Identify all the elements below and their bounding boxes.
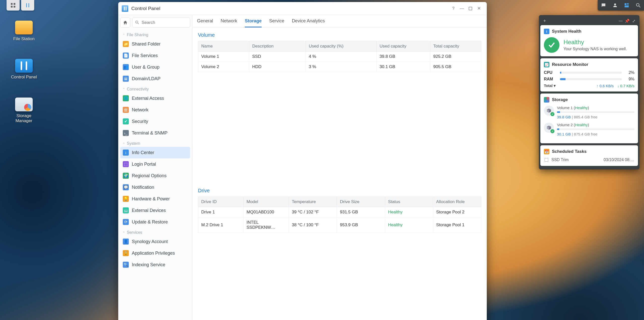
sidebar-item-synology-account[interactable]: 👤Synology Account — [120, 236, 190, 247]
sidebar-item-application-privileges[interactable]: 🔒Application Privileges — [120, 247, 190, 259]
window-titlebar[interactable]: Control Panel ? — ✕ — [118, 2, 487, 15]
widget-system-health: iSystem Health Healthy Your Synology NAS… — [540, 25, 638, 56]
search-input[interactable] — [132, 18, 190, 28]
cell-temp: 39 °C / 102 °F — [289, 207, 337, 217]
sliders-icon — [15, 59, 33, 73]
table-row[interactable]: Volume 2HDD3 %30.1 GB905.5 GB — [198, 62, 481, 72]
device-icon: 🖴 — [123, 207, 129, 213]
task-row[interactable]: SSD Trim 03/10/2024 08:… — [544, 157, 634, 162]
th-used[interactable]: Used capacity — [376, 41, 430, 52]
sidebar-item-external-access[interactable]: 🌐External Access — [120, 93, 190, 104]
widgets-button[interactable] — [621, 0, 632, 11]
maximize-icon — [469, 7, 472, 10]
network-icon: 🕸 — [123, 107, 129, 113]
th-total[interactable]: Total capacity — [430, 41, 481, 52]
total-label: Total — [544, 83, 553, 88]
th-name[interactable]: Name — [198, 41, 249, 52]
sidebar-item-indexing-service[interactable]: 🔍Indexing Service — [120, 259, 190, 270]
svg-line-15 — [138, 23, 139, 24]
sidebar-item-label: Application Privileges — [132, 251, 175, 256]
table-row[interactable]: Drive 1MQ01ABD10039 °C / 102 °F931.5 GBH… — [198, 207, 481, 217]
tab-general[interactable]: General — [197, 15, 213, 27]
section-title-volume: Volume — [198, 32, 481, 38]
user-button[interactable] — [609, 0, 621, 11]
sidebar-item-label: Domain/LDAP — [132, 76, 160, 81]
th-size[interactable]: Drive Size — [337, 197, 385, 207]
minimize-button[interactable]: — — [458, 4, 466, 13]
sidebar-item-regional-options[interactable]: 🌍Regional Options — [120, 170, 190, 181]
task-name: SSD Trim — [551, 158, 569, 162]
widget-tabs: + — 📌 ⤢ — [540, 17, 638, 25]
disk-icon — [15, 98, 33, 111]
sidebar-item-file-services[interactable]: 📄File Services — [120, 50, 190, 61]
svg-rect-9 — [627, 5, 629, 5]
desktop-icon-control-panel[interactable]: Control Panel — [10, 59, 38, 80]
storage-volume[interactable]: Volume 1 (Healthy) 39.8 GB | 885.4 GB fr… — [544, 106, 634, 119]
help-button[interactable]: ? — [449, 4, 458, 13]
search-icon — [135, 20, 139, 26]
sidebar-item-domain-ldap[interactable]: 🏛Domain/LDAP — [120, 73, 190, 84]
sidebar-item-network[interactable]: 🕸Network — [120, 104, 190, 116]
cell-total: 925.2 GB — [430, 52, 481, 62]
table-row[interactable]: Volume 1SSD4 %39.8 GB925.2 GB — [198, 52, 481, 62]
widget-expand-button[interactable]: ⤢ — [630, 19, 637, 23]
sidebar-item-shared-folder[interactable]: 📁Shared Folder — [120, 38, 190, 50]
svg-rect-1 — [14, 3, 15, 5]
rm-net-row[interactable]: Total ▾ ↑ 0.6 KB/s ↓ 0.7 KB/s — [544, 83, 634, 88]
th-desc[interactable]: Description — [249, 41, 306, 52]
sidebar-item-hardware-power[interactable]: 💡Hardware & Power — [120, 193, 190, 205]
sidebar-item-update-restore[interactable]: ⟳Update & Restore — [120, 216, 190, 228]
storage-volume[interactable]: Volume 2 (Healthy) 30.1 GB | 875.4 GB fr… — [544, 123, 634, 136]
main-menu-button[interactable] — [7, 0, 20, 11]
cell-role: Storage Pool 2 — [433, 207, 481, 217]
sidebar-item-info-center[interactable]: iInfo Center — [120, 147, 190, 158]
widget-pin-button[interactable]: 📌 — [624, 19, 630, 23]
widget-minimize-button[interactable]: — — [617, 19, 624, 23]
section-system[interactable]: System — [120, 139, 190, 147]
ram-label: RAM — [544, 77, 558, 81]
widget-add-button[interactable]: + — [541, 18, 548, 24]
th-status[interactable]: Status — [385, 197, 433, 207]
th-driveid[interactable]: Drive ID — [198, 197, 244, 207]
cell-desc: SSD — [249, 52, 306, 62]
index-icon: 🔍 — [123, 262, 129, 268]
sidebar-item-user-group[interactable]: 👥User & Group — [120, 61, 190, 73]
home-button[interactable] — [120, 18, 130, 28]
account-icon: 👤 — [123, 239, 129, 245]
tab-device-analytics[interactable]: Device Analytics — [292, 15, 325, 27]
table-row[interactable]: M.2 Drive 1INTEL SSDPEKNW…38 °C / 100 °F… — [198, 217, 481, 233]
th-model[interactable]: Model — [244, 197, 289, 207]
sidebar-item-security[interactable]: ✔Security — [120, 116, 190, 127]
search-button[interactable] — [632, 0, 644, 11]
cell-model: MQ01ABD100 — [244, 207, 289, 217]
notifications-button[interactable] — [598, 0, 609, 11]
tab-network[interactable]: Network — [221, 15, 237, 27]
taskbar-control-panel[interactable] — [21, 0, 34, 11]
sidebar-item-label: User & Group — [132, 65, 159, 70]
svg-rect-4 — [26, 3, 27, 7]
close-button[interactable]: ✕ — [475, 4, 483, 13]
sidebar-item-login-portal[interactable]: ⬚Login Portal — [120, 158, 190, 170]
user-icon — [612, 3, 618, 8]
desktop-icon-file-station[interactable]: File Station — [10, 21, 38, 41]
sidebar-item-label: Indexing Service — [132, 262, 165, 267]
maximize-button[interactable] — [466, 4, 475, 13]
section-file-sharing[interactable]: File Sharing — [120, 30, 190, 38]
th-usedpct[interactable]: Used capacity (%) — [306, 41, 376, 52]
section-services[interactable]: Services — [120, 228, 190, 236]
sidebar-item-external-devices[interactable]: 🖴External Devices — [120, 205, 190, 216]
cell-status: Healthy — [385, 207, 433, 217]
cell-pct: 4 % — [306, 52, 376, 62]
sidebar-item-terminal-snmp[interactable]: ›_Terminal & SNMP — [120, 127, 190, 139]
sidebar-item-notification[interactable]: 💬Notification — [120, 181, 190, 193]
desktop-icon-storage-manager[interactable]: Storage Manager — [10, 98, 38, 123]
section-connectivity[interactable]: Connectivity — [120, 84, 190, 93]
th-temp[interactable]: Temperature — [289, 197, 337, 207]
svg-rect-3 — [14, 6, 15, 8]
th-role[interactable]: Allocation Role — [433, 197, 481, 207]
folder-icon: 📁 — [123, 41, 129, 47]
svg-point-6 — [614, 4, 616, 5]
tab-service[interactable]: Service — [269, 15, 284, 27]
widget-title: Storage — [552, 97, 568, 102]
tab-storage[interactable]: Storage — [245, 15, 262, 27]
